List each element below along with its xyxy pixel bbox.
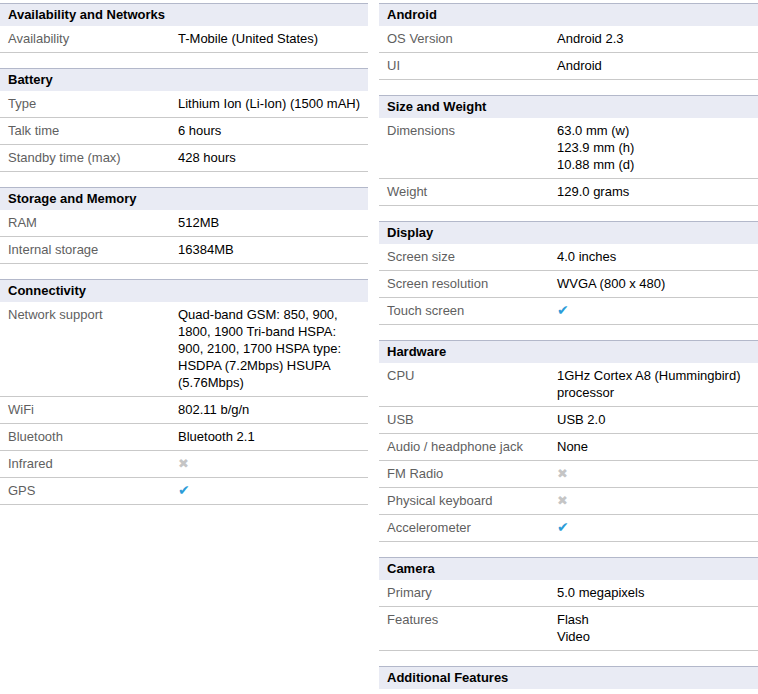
spec-row-internal-storage: Internal storage 16384MB (0, 237, 368, 264)
spec-value: ✖ (557, 465, 758, 482)
spec-label: Accelerometer (379, 519, 557, 536)
spec-row-bluetooth: Bluetooth Bluetooth 2.1 (0, 424, 368, 451)
section-title: Connectivity (0, 279, 368, 302)
spec-label: Features (379, 611, 557, 628)
spec-row-ram: RAM 512MB (0, 210, 368, 237)
spec-value: 428 hours (178, 149, 368, 166)
spec-value: 512MB (178, 214, 368, 231)
spec-label: Primary (379, 584, 557, 601)
section-title: Additional Features (379, 666, 758, 689)
spec-value: WVGA (800 x 480) (557, 275, 758, 292)
spec-label: Standby time (max) (0, 149, 178, 166)
spec-row-ui: UI Android (379, 53, 758, 80)
spec-value: 802.11 b/g/n (178, 401, 368, 418)
spec-value: None (557, 438, 758, 455)
spec-value: Quad-band GSM: 850, 900, 1800, 1900 Tri-… (178, 306, 368, 391)
spec-value: Android 2.3 (557, 30, 758, 47)
spec-value: ✔ (557, 519, 758, 536)
spec-value: ✖ (557, 492, 758, 509)
spec-value: Bluetooth 2.1 (178, 428, 368, 445)
spec-row-physical-keyboard: Physical keyboard ✖ (379, 488, 758, 515)
spec-row-screen-resolution: Screen resolution WVGA (800 x 480) (379, 271, 758, 298)
spec-value: USB 2.0 (557, 411, 758, 428)
spec-row-fm-radio: FM Radio ✖ (379, 461, 758, 488)
spec-label: Internal storage (0, 241, 178, 258)
spec-value: 129.0 grams (557, 183, 758, 200)
spec-label: Audio / headphone jack (379, 438, 557, 455)
spec-value: 16384MB (178, 241, 368, 258)
additional-features-text: Contour Display, Near Field Communicatio… (379, 689, 758, 694)
spec-label: Screen resolution (379, 275, 557, 292)
spec-label: Bluetooth (0, 428, 178, 445)
spec-label: Screen size (379, 248, 557, 265)
check-icon: ✔ (557, 519, 569, 535)
check-icon: ✔ (178, 482, 190, 498)
cross-icon: ✖ (557, 493, 568, 508)
spec-label: FM Radio (379, 465, 557, 482)
spec-value: ✔ (557, 302, 758, 319)
spec-row-standby-time: Standby time (max) 428 hours (0, 145, 368, 172)
section-title: Availability and Networks (0, 3, 368, 26)
right-column: Android OS Version Android 2.3 UI Androi… (379, 3, 758, 694)
spec-row-camera-features: Features Flash Video (379, 607, 758, 651)
spec-row-wifi: WiFi 802.11 b/g/n (0, 397, 368, 424)
section-title: Battery (0, 68, 368, 91)
spec-label: Infrared (0, 455, 178, 472)
left-column: Availability and Networks Availability T… (0, 3, 368, 694)
spec-value: 6 hours (178, 122, 368, 139)
cross-icon: ✖ (178, 456, 189, 471)
spec-value: ✖ (178, 455, 368, 472)
spec-label: Dimensions (379, 122, 557, 139)
spec-row-usb: USB USB 2.0 (379, 407, 758, 434)
spec-row-os-version: OS Version Android 2.3 (379, 26, 758, 53)
spec-label: Physical keyboard (379, 492, 557, 509)
spec-label: Availability (0, 30, 178, 47)
spec-row-audio-jack: Audio / headphone jack None (379, 434, 758, 461)
spec-value: 1GHz Cortex A8 (Hummingbird) processor (557, 367, 758, 401)
spec-row-availability: Availability T-Mobile (United States) (0, 26, 368, 53)
spec-row-infrared: Infrared ✖ (0, 451, 368, 478)
section-title: Display (379, 221, 758, 244)
section-display: Display Screen size 4.0 inches Screen re… (379, 221, 758, 325)
spec-label: WiFi (0, 401, 178, 418)
spec-label: Type (0, 95, 178, 112)
section-availability-networks: Availability and Networks Availability T… (0, 3, 368, 53)
spec-value: T-Mobile (United States) (178, 30, 368, 47)
spec-label: RAM (0, 214, 178, 231)
check-icon: ✔ (557, 302, 569, 318)
spec-value: Lithium Ion (Li-Ion) (1500 mAH) (178, 95, 368, 112)
spec-row-network-support: Network support Quad-band GSM: 850, 900,… (0, 302, 368, 397)
spec-value: ✔ (178, 482, 368, 499)
section-hardware: Hardware CPU 1GHz Cortex A8 (Hummingbird… (379, 340, 758, 542)
spec-label: CPU (379, 367, 557, 384)
spec-label: Network support (0, 306, 178, 323)
spec-row-dimensions: Dimensions 63.0 mm (w) 123.9 mm (h) 10.8… (379, 118, 758, 179)
spec-label: Talk time (0, 122, 178, 139)
section-storage-memory: Storage and Memory RAM 512MB Internal st… (0, 187, 368, 264)
section-android: Android OS Version Android 2.3 UI Androi… (379, 3, 758, 80)
section-title: Android (379, 3, 758, 26)
spec-row-weight: Weight 129.0 grams (379, 179, 758, 206)
spec-row-cpu: CPU 1GHz Cortex A8 (Hummingbird) process… (379, 363, 758, 407)
spec-row-screen-size: Screen size 4.0 inches (379, 244, 758, 271)
spec-row-gps: GPS ✔ (0, 478, 368, 505)
spec-value: 63.0 mm (w) 123.9 mm (h) 10.88 mm (d) (557, 122, 758, 173)
section-title: Size and Weight (379, 95, 758, 118)
section-connectivity: Connectivity Network support Quad-band G… (0, 279, 368, 505)
spec-row-touch-screen: Touch screen ✔ (379, 298, 758, 325)
section-title: Storage and Memory (0, 187, 368, 210)
spec-label: USB (379, 411, 557, 428)
spec-label: GPS (0, 482, 178, 499)
cross-icon: ✖ (557, 466, 568, 481)
section-title: Hardware (379, 340, 758, 363)
spec-label: Weight (379, 183, 557, 200)
spec-label: OS Version (379, 30, 557, 47)
spec-row-battery-type: Type Lithium Ion (Li-Ion) (1500 mAH) (0, 91, 368, 118)
section-additional-features: Additional Features Contour Display, Nea… (379, 666, 758, 694)
spec-label: Touch screen (379, 302, 557, 319)
section-size-weight: Size and Weight Dimensions 63.0 mm (w) 1… (379, 95, 758, 206)
spec-value: 5.0 megapixels (557, 584, 758, 601)
spec-label: UI (379, 57, 557, 74)
spec-value: 4.0 inches (557, 248, 758, 265)
spec-row-primary-camera: Primary 5.0 megapixels (379, 580, 758, 607)
